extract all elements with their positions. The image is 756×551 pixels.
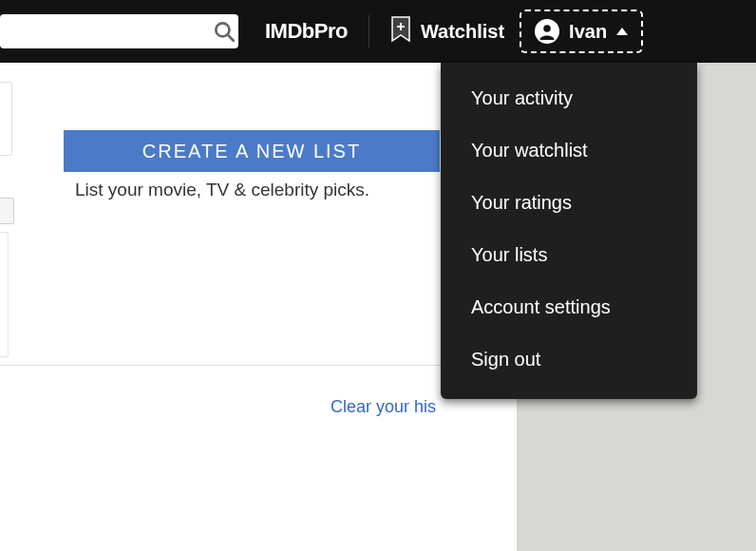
- partial-control-fragment: [0, 198, 14, 224]
- imdbpro-logo[interactable]: IMDbPro: [265, 19, 348, 44]
- svg-point-4: [543, 25, 551, 32]
- menu-item-ratings[interactable]: Your ratings: [441, 177, 697, 229]
- watchlist-link[interactable]: Watchlist: [390, 16, 504, 48]
- create-list-subtitle: List your movie, TV & celebrity picks.: [75, 180, 369, 200]
- top-navbar: IMDbPro Watchlist Ivan: [0, 0, 756, 63]
- user-avatar-icon: [535, 19, 559, 44]
- clear-history-link[interactable]: Clear your his: [331, 397, 436, 417]
- caret-up-icon: [616, 28, 628, 35]
- search-box[interactable]: [0, 14, 238, 48]
- content-card: [0, 80, 517, 366]
- create-list-button[interactable]: CREATE A NEW LIST: [64, 130, 440, 172]
- user-dropdown-menu: Your activity Your watchlist Your rating…: [441, 63, 697, 399]
- watchlist-label: Watchlist: [421, 21, 504, 43]
- bookmark-add-icon: [390, 16, 411, 48]
- search-input[interactable]: [0, 14, 209, 48]
- menu-item-watchlist[interactable]: Your watchlist: [441, 124, 697, 177]
- menu-item-lists[interactable]: Your lists: [441, 229, 697, 281]
- menu-item-activity[interactable]: Your activity: [441, 72, 697, 124]
- partial-panel-fragment: [0, 232, 9, 357]
- user-name: Ivan: [569, 21, 607, 43]
- menu-item-sign-out[interactable]: Sign out: [441, 333, 697, 386]
- menu-item-account-settings[interactable]: Account settings: [441, 281, 697, 333]
- create-list-label: CREATE A NEW LIST: [142, 141, 361, 162]
- svg-line-1: [227, 35, 233, 41]
- user-menu-button[interactable]: Ivan: [520, 10, 643, 53]
- search-icon[interactable]: [209, 19, 238, 44]
- partial-card-fragment: [0, 82, 12, 156]
- divider: [369, 15, 369, 48]
